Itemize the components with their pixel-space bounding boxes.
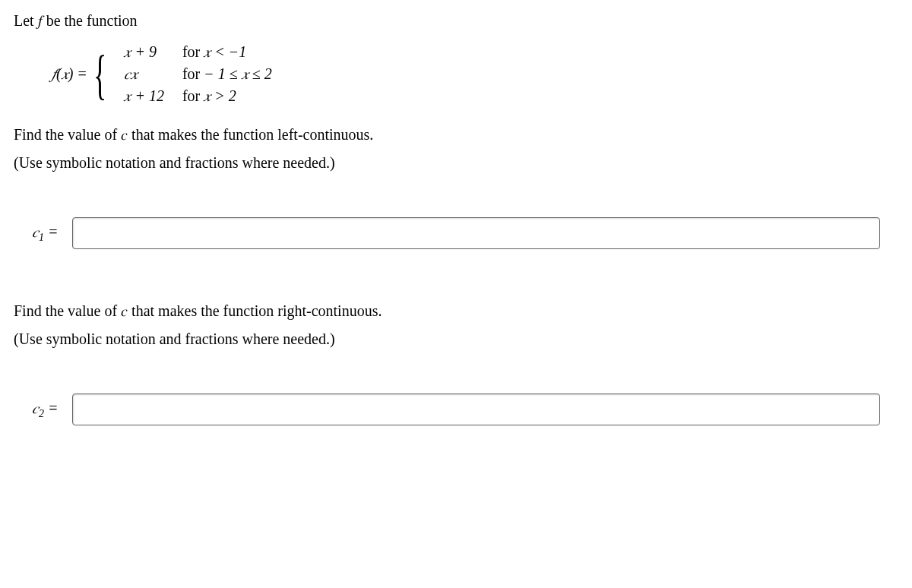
answer-2-input[interactable] xyxy=(72,394,881,425)
piecewise-cases: 𝑥 + 9 for 𝑥 < −1 𝑐𝑥 for − 1 ≤ 𝑥 ≤ 2 𝑥 + … xyxy=(124,43,271,105)
case-cond: for − 1 ≤ 𝑥 ≤ 2 xyxy=(182,65,272,83)
brace-icon: { xyxy=(93,47,106,102)
case-expr: 𝑐𝑥 xyxy=(124,65,164,83)
function-definition: 𝑓(𝑥) = { 𝑥 + 9 for 𝑥 < −1 𝑐𝑥 for − 1 ≤ 𝑥… xyxy=(52,43,898,105)
question-2-hint: (Use symbolic notation and fractions whe… xyxy=(14,330,898,348)
case-cond: for 𝑥 > 2 xyxy=(182,87,272,105)
case-expr: 𝑥 + 9 xyxy=(124,43,164,61)
question-1-hint: (Use symbolic notation and fractions whe… xyxy=(14,154,898,172)
question-2-prompt: Find the value of 𝑐 that makes the funct… xyxy=(14,302,898,320)
answer-1-input[interactable] xyxy=(72,217,881,249)
answer-row-1: 𝑐1 = xyxy=(14,217,898,249)
case-cond: for 𝑥 < −1 xyxy=(182,43,272,61)
intro-text: Let 𝑓 be the function xyxy=(14,12,898,30)
function-lhs: 𝑓(𝑥) = xyxy=(52,65,87,83)
answer-1-label: 𝑐1 = xyxy=(32,223,59,244)
case-expr: 𝑥 + 12 xyxy=(124,87,164,105)
answer-row-2: 𝑐2 = xyxy=(14,394,898,425)
question-1-prompt: Find the value of 𝑐 that makes the funct… xyxy=(14,126,898,144)
answer-2-label: 𝑐2 = xyxy=(32,400,59,420)
